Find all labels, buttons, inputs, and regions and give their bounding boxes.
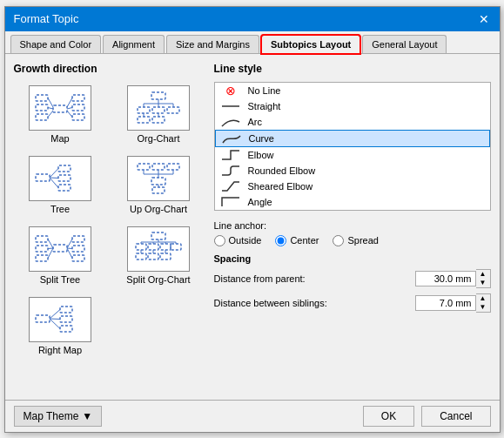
map-theme-arrow: ▼ — [82, 410, 92, 422]
distance-from-parent-up[interactable]: ▲ — [476, 270, 490, 279]
tab-shape-color[interactable]: Shape and Color — [10, 35, 102, 53]
tab-general-layout[interactable]: General Layout — [362, 35, 447, 53]
line-style-arc[interactable]: Arc — [215, 114, 490, 130]
distance-from-parent-down[interactable]: ▼ — [476, 279, 490, 287]
growth-split-tree[interactable]: Split Tree — [14, 223, 107, 288]
close-button[interactable]: ✕ — [477, 12, 491, 26]
distance-between-siblings-spinner[interactable]: ▲ ▼ — [415, 293, 491, 313]
up-org-chart-label: Up Org-Chart — [130, 204, 187, 214]
svg-rect-34 — [152, 164, 165, 170]
svg-line-11 — [67, 107, 72, 109]
line-style-sheared-elbow[interactable]: Sheared Elbow — [215, 179, 490, 194]
svg-rect-48 — [72, 236, 84, 242]
svg-rect-35 — [167, 164, 179, 170]
svg-line-56 — [67, 248, 72, 259]
svg-rect-41 — [151, 178, 165, 185]
distance-from-parent-input[interactable] — [415, 271, 476, 286]
right-map-icon-box — [29, 297, 91, 342]
right-panel: Line style ⊗ No Line Straight — [214, 63, 491, 391]
growth-map[interactable]: Map — [14, 82, 107, 147]
org-chart-label: Org-Chart — [138, 133, 180, 144]
tab-size-margins[interactable]: Size and Margins — [166, 35, 259, 53]
svg-rect-3 — [36, 114, 48, 120]
map-label: Map — [50, 133, 69, 144]
line-anchor-label: Line anchor: — [214, 220, 267, 231]
svg-rect-26 — [36, 174, 50, 181]
org-chart-icon — [132, 90, 185, 126]
anchor-outside[interactable]: Outside — [214, 235, 262, 246]
svg-rect-58 — [136, 244, 146, 250]
anchor-center-radio[interactable] — [275, 235, 286, 246]
svg-rect-13 — [151, 92, 165, 99]
svg-rect-44 — [53, 245, 67, 252]
anchor-spread[interactable]: Spread — [333, 235, 378, 246]
angle-line-icon — [220, 196, 241, 208]
spacing-label: Spacing — [214, 253, 491, 264]
svg-rect-46 — [36, 246, 48, 252]
tree-icon — [34, 160, 86, 197]
anchor-center[interactable]: Center — [275, 235, 319, 246]
distance-from-parent-label: Distance from parent: — [214, 273, 415, 284]
line-style-angle[interactable]: Angle — [215, 194, 490, 210]
svg-rect-61 — [171, 244, 181, 250]
growth-org-chart[interactable]: Org-Chart — [112, 82, 205, 147]
up-org-chart-icon — [132, 160, 185, 197]
svg-rect-22 — [138, 117, 150, 123]
growth-up-org-chart[interactable]: Up Org-Chart — [112, 152, 205, 218]
distance-between-siblings-spinbtns: ▲ ▼ — [476, 293, 491, 313]
line-style-straight[interactable]: Straight — [215, 98, 490, 114]
split-tree-icon — [34, 231, 86, 267]
svg-rect-14 — [138, 107, 150, 113]
svg-line-51 — [48, 239, 53, 248]
svg-rect-28 — [58, 175, 71, 181]
svg-rect-68 — [136, 253, 146, 259]
ok-button[interactable]: OK — [363, 406, 414, 427]
distance-between-siblings-up[interactable]: ▲ — [476, 294, 490, 303]
anchor-spread-radio[interactable] — [333, 235, 344, 246]
svg-rect-76 — [60, 316, 72, 322]
map-icon — [34, 90, 86, 126]
line-style-elbow[interactable]: Elbow — [215, 147, 490, 163]
title-bar: Format Topic ✕ — [5, 7, 500, 31]
curve-line-icon — [221, 132, 242, 145]
tab-bar: Shape and Color Alignment Size and Margi… — [5, 31, 500, 54]
svg-rect-33 — [138, 164, 150, 170]
footer: Map Theme ▼ OK Cancel — [5, 400, 500, 432]
growth-right-map[interactable]: Right Map — [14, 293, 107, 359]
svg-line-30 — [50, 168, 58, 178]
distance-from-parent-spinner[interactable]: ▲ ▼ — [415, 269, 491, 288]
tree-icon-box — [29, 156, 91, 201]
svg-line-53 — [48, 248, 53, 259]
format-topic-dialog: Format Topic ✕ Shape and Color Alignment… — [4, 6, 501, 433]
distance-from-parent-spinbtns: ▲ ▼ — [476, 269, 491, 288]
svg-line-78 — [50, 309, 60, 319]
svg-rect-2 — [36, 104, 48, 111]
svg-rect-5 — [72, 104, 84, 111]
svg-rect-16 — [167, 107, 179, 113]
right-map-label: Right Map — [38, 345, 82, 355]
line-style-rounded-elbow[interactable]: Rounded Elbow — [215, 163, 490, 179]
growth-tree[interactable]: Tree — [14, 152, 107, 218]
distance-between-siblings-input[interactable] — [415, 295, 476, 311]
tab-alignment[interactable]: Alignment — [103, 35, 165, 53]
svg-rect-60 — [160, 244, 171, 250]
line-style-title: Line style — [214, 63, 491, 75]
cancel-button[interactable]: Cancel — [421, 406, 490, 427]
distance-from-parent-row: Distance from parent: ▲ ▼ — [214, 269, 491, 288]
growth-direction-panel: Growth direction — [14, 63, 205, 391]
svg-rect-6 — [72, 114, 84, 120]
svg-rect-15 — [152, 107, 165, 113]
growth-split-org-chart[interactable]: Split Org-Chart — [112, 223, 205, 288]
growth-direction-title: Growth direction — [14, 63, 205, 75]
svg-line-52 — [48, 248, 53, 249]
tab-subtopics-layout[interactable]: Subtopics Layout — [261, 35, 360, 54]
line-style-no-line[interactable]: ⊗ No Line — [215, 83, 490, 98]
svg-rect-27 — [58, 165, 71, 172]
anchor-outside-radio[interactable] — [214, 235, 225, 246]
line-style-curve[interactable]: Curve — [215, 130, 490, 147]
map-theme-button[interactable]: Map Theme ▼ — [14, 406, 103, 427]
svg-rect-70 — [160, 253, 171, 259]
svg-rect-59 — [148, 244, 158, 250]
rounded-elbow-line-icon — [220, 165, 241, 177]
distance-between-siblings-down[interactable]: ▼ — [476, 303, 490, 312]
